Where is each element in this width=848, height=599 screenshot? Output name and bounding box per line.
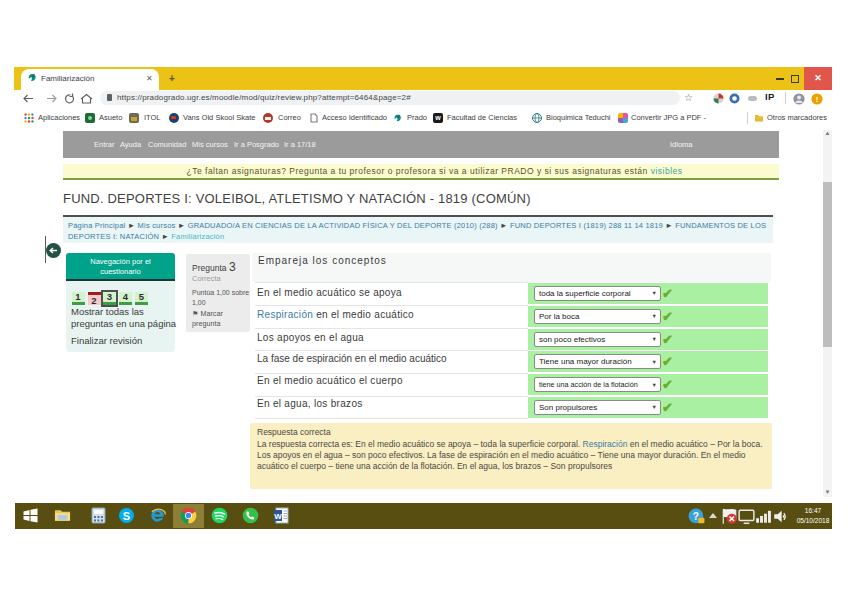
svg-text:!: ! [816,95,819,104]
svg-text:S: S [123,510,130,522]
svg-text:?: ? [693,511,699,522]
svg-text:W: W [274,512,282,521]
